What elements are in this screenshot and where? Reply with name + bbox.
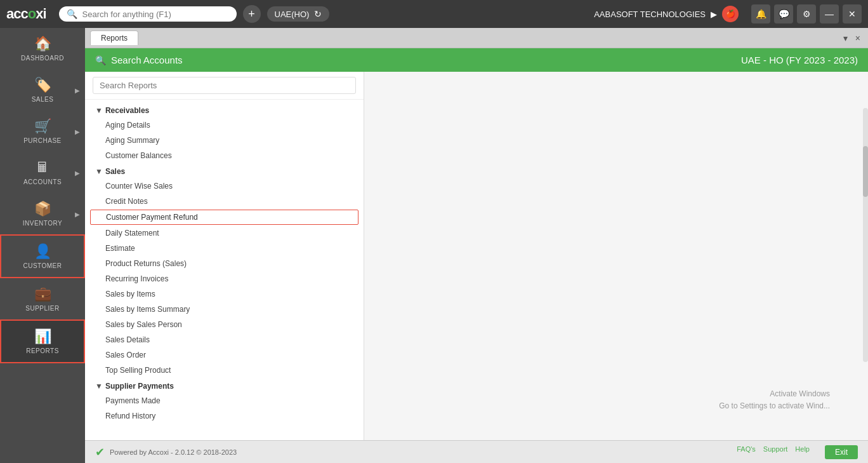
footer-help-link[interactable]: Help — [795, 445, 810, 459]
footer-links: FAQ's Support Help Exit — [737, 445, 858, 459]
report-sales-details[interactable]: Sales Details — [85, 332, 364, 347]
add-button[interactable]: + — [243, 5, 261, 23]
sidebar-label-dashboard: DASHBOARD — [21, 55, 64, 62]
accounts-chevron-icon: ▶ — [75, 169, 80, 176]
right-panel — [364, 72, 868, 440]
category-sales[interactable]: ▼ Sales — [85, 163, 364, 178]
footer-logo-icon: ✔ — [95, 445, 105, 459]
report-customer-payment-refund[interactable]: Customer Payment Refund — [90, 210, 358, 225]
header-search-icon: 🔍 — [95, 55, 106, 65]
sidebar-label-supplier: SUPPLIER — [25, 305, 59, 312]
category-supplier-payments[interactable]: ▼ Supplier Payments — [85, 378, 364, 393]
report-sales-by-sales-person[interactable]: Sales by Sales Person — [85, 317, 364, 332]
tab-bar: Reports ▾ × — [85, 28, 868, 48]
search-reports-container — [85, 72, 364, 100]
supplier-icon: 💼 — [34, 286, 51, 302]
exit-button[interactable]: Exit — [825, 445, 858, 459]
supplier-payments-arrow-icon: ▼ — [95, 382, 103, 391]
sidebar-item-reports[interactable]: 📊 REPORTS — [0, 319, 85, 363]
settings-button[interactable]: ⚙ — [797, 4, 816, 23]
left-panel: ▼ Receivables Aging Details Aging Summar… — [85, 72, 364, 440]
minimize-button[interactable]: — — [820, 4, 839, 23]
header-title: Search Accounts — [111, 55, 183, 65]
topbar: accoxi 🔍 + UAE(HO) ↻ AABASOFT TECHNOLOGI… — [0, 0, 868, 28]
report-sales-by-items[interactable]: Sales by Items — [85, 286, 364, 302]
global-search-bar[interactable]: 🔍 — [59, 6, 237, 22]
report-refund-history[interactable]: Refund History — [85, 408, 364, 424]
notifications-button[interactable]: 🔔 — [751, 4, 770, 23]
user-avatar[interactable]: 🍎 — [722, 6, 739, 22]
global-search-icon: 🔍 — [67, 9, 77, 19]
sidebar-label-accounts: ACCOUNTS — [23, 178, 62, 185]
receivables-arrow-icon: ▼ — [95, 106, 103, 115]
search-reports-input[interactable] — [93, 77, 356, 94]
scrollbar-track — [863, 108, 868, 362]
report-product-returns-sales[interactable]: Product Returns (Sales) — [85, 256, 364, 271]
header-left: 🔍 Search Accounts — [95, 55, 183, 65]
footer-faq-link[interactable]: FAQ's — [737, 445, 756, 459]
report-sales-order[interactable]: Sales Order — [85, 347, 364, 363]
sidebar-item-customer[interactable]: 👤 CUSTOMER — [0, 234, 85, 278]
sidebar-item-inventory[interactable]: 📦 INVENTORY ▶ — [0, 193, 85, 234]
reports-icon: 📊 — [34, 328, 51, 345]
report-payments-made[interactable]: Payments Made — [85, 393, 364, 408]
tab-actions: ▾ × — [841, 32, 863, 44]
sidebar-item-sales[interactable]: 🏷️ SALES ▶ — [0, 69, 85, 111]
sidebar-item-dashboard[interactable]: 🏠 DASHBOARD — [0, 28, 85, 69]
category-receivables[interactable]: ▼ Receivables — [85, 102, 364, 117]
report-tree: ▼ Receivables Aging Details Aging Summar… — [85, 100, 364, 440]
app-logo: accoxi — [6, 6, 46, 22]
sidebar-label-sales: SALES — [32, 96, 54, 103]
report-aging-summary[interactable]: Aging Summary — [85, 133, 364, 148]
topbar-actions: 🔔 💬 ⚙ — ✕ — [751, 4, 862, 23]
report-recurring-invoices[interactable]: Recurring Invoices — [85, 271, 364, 286]
close-button[interactable]: ✕ — [843, 4, 862, 23]
report-estimate[interactable]: Estimate — [85, 241, 364, 256]
scrollbar-thumb — [863, 146, 868, 197]
sidebar-label-reports: REPORTS — [26, 347, 59, 354]
inventory-chevron-icon: ▶ — [75, 210, 80, 217]
messages-button[interactable]: 💬 — [774, 4, 793, 23]
category-receivables-label: Receivables — [105, 106, 149, 115]
sidebar-label-inventory: INVENTORY — [23, 220, 62, 227]
sidebar: 🏠 DASHBOARD 🏷️ SALES ▶ 🛒 PURCHASE ▶ 🖩 AC… — [0, 28, 85, 463]
report-counter-wise-sales[interactable]: Counter Wise Sales — [85, 178, 364, 194]
refresh-icon[interactable]: ↻ — [314, 9, 322, 19]
sidebar-item-accounts[interactable]: 🖩 ACCOUNTS ▶ — [0, 152, 85, 193]
report-daily-statement[interactable]: Daily Statement — [85, 225, 364, 241]
content-area: Reports ▾ × 🔍 Search Accounts UAE - HO (… — [85, 28, 868, 463]
purchase-icon: 🛒 — [34, 118, 51, 135]
report-aging-details[interactable]: Aging Details — [85, 117, 364, 133]
branch-label: UAE(HO) — [275, 10, 310, 19]
tab-reports[interactable]: Reports — [90, 30, 138, 45]
footer: ✔ Powered by Accoxi - 2.0.12 © 2018-2023… — [85, 440, 868, 463]
reports-header: 🔍 Search Accounts UAE - HO (FY 2023 - 20… — [85, 48, 868, 72]
dashboard-icon: 🏠 — [34, 36, 51, 52]
report-sales-by-items-summary[interactable]: Sales by Items Summary — [85, 302, 364, 317]
sales-icon: 🏷️ — [34, 77, 51, 93]
tab-reports-label: Reports — [101, 34, 128, 43]
purchase-chevron-icon: ▶ — [75, 128, 80, 135]
sidebar-label-purchase: PURCHASE — [23, 137, 62, 144]
sales-chevron-icon: ▶ — [75, 86, 80, 93]
main-layout: 🏠 DASHBOARD 🏷️ SALES ▶ 🛒 PURCHASE ▶ 🖩 AC… — [0, 28, 868, 463]
customer-icon: 👤 — [34, 243, 51, 260]
tab-close-button[interactable]: × — [853, 32, 863, 44]
sidebar-item-supplier[interactable]: 💼 SUPPLIER — [0, 278, 85, 319]
global-search-input[interactable] — [82, 10, 229, 19]
header-fiscal-year: UAE - HO (FY 2023 - 2023) — [741, 55, 858, 65]
inventory-icon: 📦 — [34, 201, 51, 217]
accounts-icon: 🖩 — [36, 159, 49, 176]
reports-body: ▼ Receivables Aging Details Aging Summar… — [85, 72, 868, 440]
report-top-selling-product[interactable]: Top Selling Product — [85, 363, 364, 378]
category-sales-label: Sales — [105, 167, 125, 176]
branch-selector[interactable]: UAE(HO) ↻ — [267, 6, 330, 22]
report-customer-balances[interactable]: Customer Balances — [85, 148, 364, 163]
tab-dropdown-button[interactable]: ▾ — [841, 32, 850, 44]
footer-support-link[interactable]: Support — [763, 445, 788, 459]
report-credit-notes[interactable]: Credit Notes — [85, 194, 364, 209]
sidebar-item-purchase[interactable]: 🛒 PURCHASE ▶ — [0, 111, 85, 152]
company-name: AABASOFT TECHNOLOGIES — [594, 10, 706, 19]
sidebar-label-customer: CUSTOMER — [23, 262, 62, 269]
category-supplier-payments-label: Supplier Payments — [105, 382, 174, 391]
